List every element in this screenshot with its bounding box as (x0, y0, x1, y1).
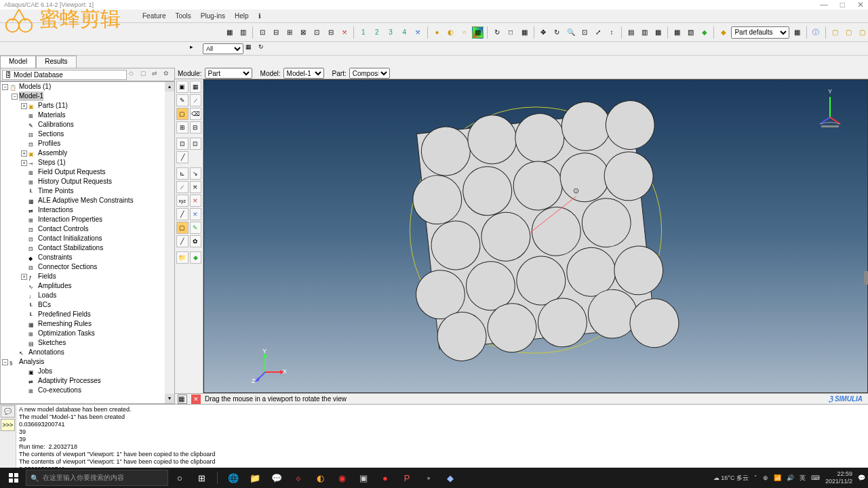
color-icon[interactable]: ◆ (717, 26, 729, 39)
tree-contact-ctrl[interactable]: Contact Controls (38, 224, 88, 234)
app-icon[interactable]: ● (375, 469, 395, 487)
maximize-button[interactable]: □ (840, 0, 845, 9)
minimize-button[interactable]: — (820, 0, 828, 9)
menu-feature[interactable]: Feature (142, 12, 165, 20)
tree-profiles[interactable]: Profiles (38, 139, 60, 148)
grid-icon[interactable]: ▧ (685, 26, 696, 39)
info-icon[interactable]: ⓘ (810, 26, 822, 39)
part-icon[interactable]: ◆ (698, 26, 710, 39)
zoom-icon[interactable]: 🔍 (565, 26, 576, 39)
tool-icon[interactable]: ⊡ (190, 138, 202, 150)
viewport[interactable]: ⊙ Y X Z Y (203, 79, 868, 393)
tree-parts[interactable]: Parts (11) (38, 101, 68, 110)
box-icon[interactable]: ▢ (856, 26, 868, 39)
tree-fields[interactable]: Fields (38, 272, 56, 281)
console-text[interactable]: A new model database has been created. T… (16, 405, 868, 472)
tree-sketches[interactable]: Sketches (38, 338, 66, 348)
tree-analysis[interactable]: Analysis (19, 357, 44, 367)
tool-icon[interactable]: ⤧ (190, 208, 202, 220)
tree-hist-out[interactable]: History Output Requests (38, 177, 112, 186)
tree-calibrations[interactable]: Calibrations (38, 120, 74, 129)
datum-icon[interactable]: ⊡ (256, 26, 268, 39)
tree-tool-icon[interactable]: ◇ (129, 70, 138, 79)
notifications-icon[interactable]: 💬 (858, 474, 865, 481)
apply-icon[interactable]: ▦ (791, 26, 803, 39)
view-icon[interactable]: ▦ (519, 26, 530, 39)
box-icon[interactable]: ▢ (829, 26, 841, 39)
render-icon[interactable]: ▦ (472, 26, 484, 39)
box-icon[interactable]: ▢ (843, 26, 854, 39)
datum-icon[interactable]: ⊞ (284, 26, 296, 39)
tool-icon[interactable]: ▢ (176, 108, 189, 120)
tool-icon[interactable]: ↻ (258, 43, 269, 54)
tray-icon[interactable]: ⊕ (763, 474, 768, 481)
select-icon[interactable]: ▦ (178, 394, 187, 404)
grid-icon[interactable]: ▤ (625, 26, 637, 39)
tree-interactions[interactable]: Interactions (38, 205, 73, 215)
tree-selector[interactable]: 🗄 Model Database (2, 70, 127, 80)
tool-icon[interactable]: ▢ (176, 222, 189, 234)
page-scroll-handle[interactable] (864, 271, 868, 285)
part-select[interactable]: Composite (349, 68, 390, 79)
tree-models[interactable]: Models (1) (19, 82, 51, 92)
tool-icon[interactable]: ▦ (245, 43, 256, 54)
terminal-icon[interactable]: ▪ (418, 469, 439, 487)
ime-icon[interactable]: ⌨ (811, 474, 820, 481)
tree-int-props[interactable]: Interaction Properties (38, 215, 102, 224)
fit-icon[interactable]: ⤢ (592, 26, 604, 39)
console-cli-icon[interactable]: >>> (1, 419, 15, 431)
part-manager-icon[interactable]: ▦ (190, 81, 202, 93)
tool-icon[interactable]: ⤧ (190, 181, 202, 193)
module-select[interactable]: Part (205, 68, 252, 79)
view-icon[interactable]: ↕ (606, 26, 617, 39)
tool-icon[interactable]: ⌫ (190, 108, 202, 120)
tree-field-out[interactable]: Field Output Requests (38, 167, 106, 177)
grid-icon[interactable]: ▦ (652, 26, 664, 39)
tool-icon[interactable]: xyz (176, 195, 189, 207)
start-button[interactable] (3, 469, 24, 487)
tree-assembly[interactable]: Assembly (38, 148, 67, 158)
grid-icon[interactable]: ▦ (671, 26, 683, 39)
grid-icon[interactable]: ▥ (639, 26, 650, 39)
tree-predef[interactable]: Predefined Fields (38, 310, 91, 319)
render-icon[interactable]: ○ (458, 26, 470, 39)
tool-icon[interactable]: ◆ (190, 251, 202, 264)
tree-tool-icon[interactable]: ✿ (163, 70, 173, 79)
abaqus-icon[interactable]: ◆ (440, 469, 460, 487)
tree-remesh[interactable]: Remeshing Rules (38, 319, 92, 329)
tree-ale[interactable]: ALE Adaptive Mesh Constraints (38, 196, 134, 205)
tree-jobs[interactable]: Jobs (38, 367, 52, 376)
ime-icon[interactable]: 英 (800, 474, 806, 483)
datum-icon[interactable]: ⊠ (298, 26, 309, 39)
view-icon[interactable]: □ (505, 26, 516, 39)
cortana-icon[interactable]: ○ (170, 469, 190, 487)
tool-icon[interactable]: ▸ (190, 43, 201, 54)
menu-plugins[interactable]: Plug-ins (201, 12, 225, 20)
app-icon[interactable]: ⟐ (288, 469, 309, 487)
explorer-icon[interactable]: 📁 (245, 469, 265, 487)
tool-icon[interactable]: ✎ (190, 222, 202, 234)
axis-icon[interactable]: ⤧ (338, 26, 350, 39)
tree-time-points[interactable]: Time Points (38, 186, 73, 196)
tool-icon[interactable]: ⊟ (190, 121, 202, 134)
tree-contact-init[interactable]: Contact Initializations (38, 234, 102, 243)
filter-select[interactable]: All (203, 43, 243, 54)
wifi-icon[interactable]: 📶 (774, 474, 781, 481)
tool-icon[interactable]: ⊾ (176, 167, 189, 180)
tree-optim[interactable]: Optimization Tasks (38, 329, 95, 338)
tool-icon[interactable]: ▦ (224, 26, 235, 39)
app-icon[interactable]: ◉ (332, 469, 352, 487)
tool-icon[interactable]: ✿ (190, 235, 202, 247)
tool-icon[interactable]: ↘ (190, 167, 202, 180)
color-2[interactable]: 2 (371, 26, 382, 39)
tool-icon[interactable]: ⊡ (176, 138, 189, 150)
tool-icon[interactable]: ╱ (176, 235, 189, 247)
weather-widget[interactable]: ☁ 16°C 多云 (713, 474, 749, 483)
tool-icon[interactable]: ⊞ (176, 121, 189, 134)
volume-icon[interactable]: 🔊 (787, 474, 794, 481)
model-tree[interactable]: −📋Models (1) −Model-1 +▣Parts (11) ⊞Mate… (0, 81, 175, 404)
tree-contact-stab[interactable]: Contact Stabilizations (38, 243, 103, 253)
taskview-icon[interactable]: ⊞ (191, 469, 212, 487)
color-4[interactable]: 4 (399, 26, 410, 39)
tray-chevron-icon[interactable]: ˄ (754, 474, 757, 481)
